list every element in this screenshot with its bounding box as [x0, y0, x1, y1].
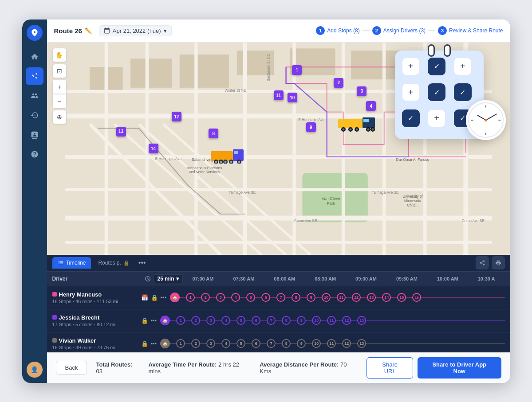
stop-marker-10[interactable]: 10 — [288, 93, 297, 102]
locate-btn[interactable]: ⊕ — [52, 110, 67, 124]
stop-marker-12[interactable]: 12 — [172, 112, 181, 121]
sidebar-item-home[interactable] — [26, 48, 43, 66]
henry-more-icon[interactable]: ••• — [161, 294, 167, 301]
stop-marker-8[interactable]: 8 — [209, 129, 218, 138]
stop-marker-9[interactable]: 9 — [306, 122, 316, 132]
edit-route-icon[interactable]: ✏️ — [85, 27, 92, 34]
sidebar-item-contacts[interactable] — [26, 126, 43, 144]
vivian-node-12[interactable]: 12 — [342, 339, 351, 348]
henry-node-8[interactable]: 8 — [292, 293, 300, 302]
vivian-node-13[interactable]: 13 — [357, 339, 366, 348]
jessica-node-2[interactable]: 2 — [191, 316, 200, 325]
export-print-btn[interactable] — [492, 256, 505, 269]
vivian-node-9[interactable]: 9 — [297, 339, 306, 348]
cal-cell-2[interactable]: ✓ — [428, 58, 445, 75]
tab-routes[interactable]: Routes p. 🔒 — [93, 257, 134, 269]
pan-tool-btn[interactable]: ✋ — [52, 48, 67, 62]
cal-cell-4[interactable]: + — [402, 83, 420, 101]
henry-node-13[interactable]: 13 — [367, 293, 376, 302]
timeline-panel: Timeline Routes p. 🔒 ••• — [47, 255, 510, 352]
jessica-node-13[interactable]: 13 — [357, 316, 366, 325]
vivian-node-6[interactable]: 6 — [252, 339, 260, 348]
jessica-node-12[interactable]: 12 — [342, 316, 351, 325]
sidebar-item-history[interactable] — [26, 106, 43, 124]
jessica-node-8[interactable]: 8 — [282, 316, 291, 325]
jessica-node-11[interactable]: 11 — [327, 316, 336, 325]
vivian-lock-icon[interactable]: 🔒 — [141, 340, 148, 347]
cal-cell-5[interactable]: ✓ — [428, 83, 445, 101]
stop-marker-14[interactable]: 14 — [149, 144, 158, 153]
sidebar-item-drivers[interactable] — [26, 87, 43, 105]
vivian-more-icon[interactable]: ••• — [151, 340, 157, 347]
total-routes-label: Total Routes: — [96, 361, 132, 368]
route-name: Route 26 — [54, 27, 82, 35]
henry-node-10[interactable]: 10 — [322, 293, 331, 302]
tab-timeline[interactable]: Timeline — [52, 257, 91, 269]
cal-cell-8[interactable]: + — [428, 109, 445, 127]
svg-text:Minnesota: Minnesota — [404, 199, 422, 203]
map-area[interactable]: Van Cleve Park — [47, 43, 510, 255]
cal-cell-1[interactable]: + — [402, 58, 420, 75]
henry-node-2[interactable]: 2 — [201, 293, 210, 302]
henry-calendar-icon[interactable]: 📅 — [141, 294, 148, 301]
sidebar-logo[interactable] — [27, 25, 43, 41]
tab-more-dots[interactable]: ••• — [138, 259, 146, 267]
henry-node-1[interactable]: 1 — [186, 293, 195, 302]
zoom-out-btn[interactable]: − — [52, 94, 67, 108]
jessica-node-1[interactable]: 1 — [176, 316, 185, 325]
henry-node-9[interactable]: 9 — [307, 293, 315, 302]
back-button[interactable]: Back — [56, 361, 87, 375]
henry-node-7[interactable]: 7 — [276, 293, 285, 302]
cal-cell-3[interactable]: + — [454, 58, 472, 75]
export-share-btn[interactable] — [476, 256, 489, 269]
vivian-node-5[interactable]: 5 — [236, 339, 245, 348]
vivian-node-3[interactable]: 3 — [206, 339, 215, 348]
cal-cell-6[interactable]: ✓ — [454, 83, 472, 101]
jessica-node-6[interactable]: 6 — [252, 316, 260, 325]
date-badge[interactable]: Apr 21, 2022 (Tue) ▾ — [99, 25, 172, 36]
stop-marker-4[interactable]: 4 — [366, 101, 376, 111]
jessica-node-5[interactable]: 5 — [236, 316, 245, 325]
share-driver-button[interactable]: Share to Driver App Now — [418, 357, 501, 379]
vivian-node-2[interactable]: 2 — [191, 339, 200, 348]
vivian-node-11[interactable]: 11 — [327, 339, 336, 348]
henry-node-6[interactable]: 6 — [261, 293, 270, 302]
henry-node-12[interactable]: 12 — [352, 293, 361, 302]
vivian-node-1[interactable]: 1 — [176, 339, 185, 348]
cal-cell-7[interactable]: ✓ — [402, 109, 420, 127]
jessica-node-7[interactable]: 7 — [267, 316, 276, 325]
henry-node-5[interactable]: 5 — [246, 293, 255, 302]
henry-node-4[interactable]: 4 — [231, 293, 240, 302]
henry-node-3[interactable]: 3 — [216, 293, 225, 302]
zoom-in-btn[interactable]: + — [52, 80, 67, 94]
henry-node-11[interactable]: 11 — [337, 293, 346, 302]
jessica-node-10[interactable]: 10 — [312, 316, 321, 325]
jessica-more-icon[interactable]: ••• — [151, 317, 157, 324]
jessica-node-3[interactable]: 3 — [206, 316, 215, 325]
select-tool-btn[interactable]: ⊡ — [52, 64, 67, 78]
time-interval-btn[interactable]: 25 min ▾ — [154, 274, 183, 283]
vivian-node-10[interactable]: 10 — [312, 339, 321, 348]
jessica-lock-icon[interactable]: 🔒 — [141, 317, 148, 324]
henry-node-16[interactable]: 16 — [412, 293, 421, 302]
henry-node-14[interactable]: 14 — [382, 293, 391, 302]
sidebar-item-routes[interactable] — [26, 67, 43, 85]
stop-marker-11[interactable]: 11 — [274, 90, 284, 100]
sidebar-item-help[interactable] — [26, 145, 43, 163]
henry-lock-icon[interactable]: 🔒 — [151, 294, 158, 301]
vivian-nodes: 🏠 1 2 3 4 5 6 7 8 9 10 11 12 — [160, 339, 366, 348]
stop-marker-13[interactable]: 13 — [116, 127, 126, 137]
vivian-node-8[interactable]: 8 — [282, 339, 291, 348]
jessica-node-9[interactable]: 9 — [297, 316, 306, 325]
vivian-name: Vivian Walker — [59, 337, 96, 344]
user-avatar[interactable]: 👤 — [27, 362, 43, 378]
vivian-node-7[interactable]: 7 — [267, 339, 276, 348]
share-url-button[interactable]: Share URL — [366, 357, 413, 379]
vivian-node-4[interactable]: 4 — [221, 339, 230, 348]
henry-node-15[interactable]: 15 — [397, 293, 406, 302]
stop-marker-1[interactable]: 1 — [292, 65, 302, 75]
jessica-node-4[interactable]: 4 — [221, 316, 230, 325]
stop-marker-2[interactable]: 2 — [334, 78, 343, 88]
svg-rect-2 — [130, 59, 171, 87]
stop-marker-3[interactable]: 3 — [357, 86, 366, 96]
